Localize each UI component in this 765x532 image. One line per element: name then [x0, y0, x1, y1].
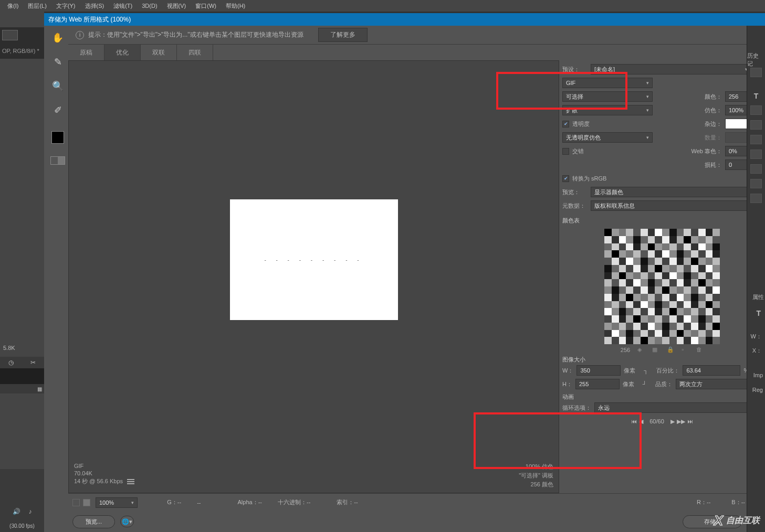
watermark-text: 自由互联 — [726, 515, 760, 526]
status-g: G：-- — [167, 498, 181, 506]
slice-tool-icon[interactable]: ✎ — [50, 55, 65, 69]
dock-icon-8[interactable] — [750, 194, 762, 203]
transparency-label: 透明度 — [572, 120, 590, 128]
watermark: X 自由互联 — [714, 513, 760, 529]
scissors-icon[interactable]: ✂ — [30, 359, 36, 366]
menu-type[interactable]: 文字(Y) — [56, 2, 76, 10]
px-label-1: 像素 — [624, 367, 635, 375]
tab-original[interactable]: 原稿 — [68, 45, 104, 60]
doc-size: 5.8K — [3, 345, 15, 351]
dock-t2-icon[interactable]: T — [756, 309, 761, 317]
dock-icon-6[interactable] — [750, 164, 762, 174]
hand-tool-icon[interactable]: ✋ — [50, 30, 65, 45]
colors-label: 颜色： — [705, 93, 722, 101]
panel-icon[interactable]: ▦ — [37, 386, 42, 392]
document-tab[interactable]: OP, RGB/8#) * — [2, 48, 39, 54]
link-dimensions-icon[interactable]: ┐ — [638, 366, 653, 375]
eyedropper-tool-icon[interactable]: ✐ — [50, 103, 65, 118]
height-input[interactable]: 255 — [575, 379, 620, 389]
interlaced-label: 交错 — [572, 147, 584, 155]
history-panel-tab[interactable]: 历史记 — [747, 52, 764, 68]
preset-select[interactable]: [未命名] — [591, 64, 751, 75]
preview-profile-select[interactable]: 显示器颜色 — [591, 187, 762, 197]
ct-icon-2[interactable]: ▦ — [652, 346, 659, 354]
color-reduction-select[interactable]: 可选择 — [562, 91, 653, 102]
menu-filter[interactable]: 滤镜(T) — [113, 2, 132, 10]
action-bar: 预览... 🌐▾ 存储... 🌐▾ — [68, 511, 765, 532]
tab-optimized[interactable]: 优化 — [104, 45, 141, 60]
menu-view[interactable]: 视图(V) — [167, 2, 186, 10]
dock-icon-7[interactable] — [750, 179, 762, 188]
amount-label: 数量： — [705, 134, 722, 142]
properties-panel-tab[interactable]: 属性 — [752, 293, 764, 301]
browser-preview-button[interactable]: 🌐▾ — [120, 516, 134, 527]
menu-layer[interactable]: 图层(L) — [28, 2, 46, 10]
status-index: 索引：-- — [337, 498, 358, 506]
preview-format: GIF — [74, 463, 134, 469]
status-sq-2[interactable] — [83, 499, 90, 506]
frame-next-icon[interactable]: ▶▶ — [677, 418, 685, 425]
percent-input[interactable]: 63.64 — [683, 365, 740, 376]
frame-first-icon[interactable]: ⏮ — [631, 418, 637, 424]
status-sq-1[interactable] — [72, 499, 80, 506]
menu-image[interactable]: 像(I) — [7, 2, 18, 10]
preview-button[interactable]: 预览... — [72, 515, 115, 528]
dock-icon-4[interactable] — [750, 135, 762, 144]
frame-last-icon[interactable]: ⏭ — [687, 418, 693, 424]
ct-icon-1[interactable]: ◈ — [637, 346, 645, 354]
document-tab-bar: OP, RGB/8#) * — [0, 43, 44, 59]
preview-palette-info: "可选择" 调板 — [519, 472, 553, 480]
preview-footer: GIF 70.04K 14 秒 @ 56.6 Kbps 100% 仿色 "可选择… — [69, 459, 559, 493]
app-menubar[interactable]: 像(I) 图层(L) 文字(Y) 选择(S) 滤镜(T) 3D(D) 视图(V)… — [0, 0, 765, 12]
frame-play-icon[interactable]: ▶ — [670, 418, 675, 425]
dock-t-icon[interactable]: T — [754, 92, 759, 100]
animation-label: 动画 — [562, 393, 574, 400]
preview-colors-info: 256 颜色 — [519, 481, 553, 488]
slice-visibility-toggle[interactable] — [50, 156, 65, 165]
preview-dither-info: 100% 仿色 — [519, 463, 553, 471]
menu-help[interactable]: 帮助(H) — [226, 2, 245, 10]
loop-select[interactable]: 永远 — [594, 402, 762, 413]
status-b: -- — [197, 499, 201, 506]
watermark-x-icon: X — [714, 513, 723, 529]
format-select[interactable]: GIF — [562, 78, 653, 88]
tab-2up[interactable]: 双联 — [141, 45, 177, 60]
speaker-icon[interactable]: 🔊 — [13, 508, 20, 515]
dock-icon-3[interactable] — [750, 120, 762, 130]
ct-icon-3[interactable]: 🔒 — [667, 346, 674, 354]
preview-menu-icon[interactable] — [127, 479, 134, 484]
zoom-select[interactable]: 100% — [96, 497, 138, 508]
ct-trash-icon[interactable]: 🗑 — [696, 346, 704, 354]
srgb-checkbox[interactable] — [562, 175, 569, 182]
menu-select[interactable]: 选择(S) — [85, 2, 104, 10]
metadata-select[interactable]: 版权和联系信息 — [591, 200, 762, 211]
dock-icon-5[interactable] — [750, 150, 762, 159]
menu-3d[interactable]: 3D(D) — [142, 3, 157, 9]
dock-icon-2[interactable] — [750, 105, 762, 115]
link-dimensions-icon-2[interactable]: ┘ — [637, 379, 652, 389]
eyedropper-color-swatch[interactable] — [51, 131, 64, 144]
menu-window[interactable]: 窗口(W) — [195, 2, 216, 10]
transparency-checkbox[interactable] — [562, 121, 569, 127]
dock-imp-label[interactable]: Imp — [753, 372, 763, 378]
width-label: W： — [562, 367, 573, 375]
dither-method-select[interactable]: 扩散 — [562, 105, 653, 115]
clock-icon[interactable]: ◷ — [8, 359, 14, 366]
width-input[interactable]: 350 — [577, 365, 621, 376]
color-table[interactable] — [604, 229, 720, 344]
options-dropdown[interactable] — [2, 30, 18, 40]
learn-more-button[interactable]: 了解更多 — [318, 28, 368, 42]
srgb-label: 转换为 sRGB — [572, 175, 606, 183]
dock-reg-label[interactable]: Reg — [752, 387, 763, 393]
tab-4up[interactable]: 四联 — [177, 45, 213, 60]
transparency-dither-select[interactable]: 无透明度仿色 — [562, 132, 653, 143]
dock-w-label: W： — [751, 333, 762, 341]
frame-prev-icon[interactable]: ◀ — [639, 418, 643, 425]
ct-icon-4[interactable]: ▫ — [682, 346, 689, 354]
music-icon[interactable]: ♪ — [29, 508, 32, 515]
preview-canvas[interactable]: - - - - - - - - - — [230, 199, 398, 320]
zoom-tool-icon[interactable]: 🔍 — [50, 79, 65, 93]
height-label: H： — [562, 380, 572, 388]
dock-icon-1[interactable] — [750, 68, 762, 77]
interlaced-checkbox[interactable] — [562, 148, 569, 155]
